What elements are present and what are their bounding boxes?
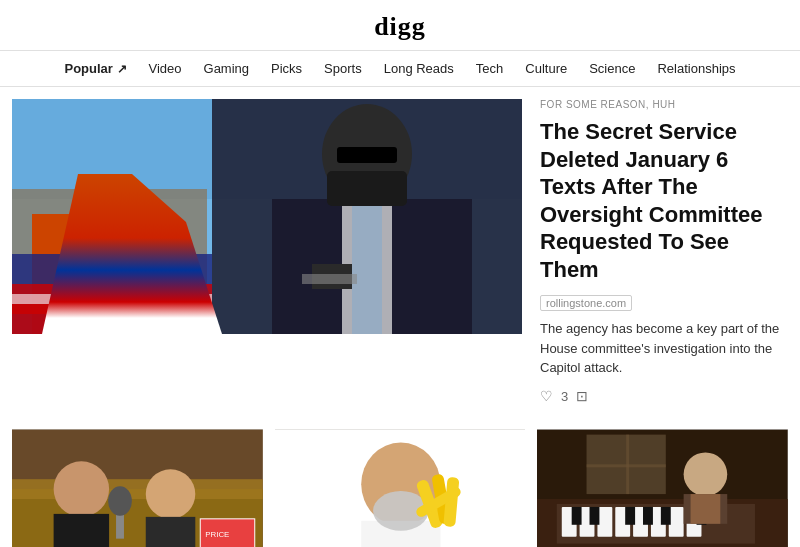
svg-rect-56 bbox=[572, 506, 582, 524]
nav-long-reads[interactable]: Long Reads bbox=[384, 61, 454, 76]
svg-point-22 bbox=[72, 234, 86, 254]
grid-item-bradlee: ▶ LIFE'S A RAG Scott Bradlee Performs Co… bbox=[537, 429, 788, 548]
featured-content: FOR SOME REASON, HUH The Secret Service … bbox=[522, 99, 788, 405]
svg-rect-67 bbox=[587, 464, 666, 467]
nav-video[interactable]: Video bbox=[149, 61, 182, 76]
article-grid: PRICE ▶ HE LIKES F—KING THINGS UP Mark C… bbox=[0, 417, 800, 548]
svg-rect-17 bbox=[352, 199, 382, 334]
featured-title[interactable]: The Secret Service Deleted January 6 Tex… bbox=[540, 118, 788, 283]
nav-sports[interactable]: Sports bbox=[324, 61, 362, 76]
svg-rect-21 bbox=[77, 247, 81, 287]
featured-category: FOR SOME REASON, HUH bbox=[540, 99, 788, 110]
svg-point-10 bbox=[100, 202, 144, 246]
svg-rect-64 bbox=[691, 494, 721, 524]
grid-image-bradlee[interactable]: ▶ bbox=[537, 429, 788, 548]
grid-item-women: THANKS DOC Women Pay Me To Teach Them Ho… bbox=[275, 429, 526, 548]
bookmark-button[interactable]: ⊡ bbox=[576, 388, 588, 405]
svg-rect-26 bbox=[12, 479, 263, 499]
svg-rect-11 bbox=[100, 244, 144, 274]
featured-section: FOR SOME REASON, HUH The Secret Service … bbox=[0, 87, 800, 417]
featured-description: The agency has become a key part of the … bbox=[540, 319, 788, 378]
nav-tech[interactable]: Tech bbox=[476, 61, 503, 76]
featured-actions: ♡ 3 ⊡ bbox=[540, 388, 788, 405]
svg-rect-7 bbox=[12, 304, 212, 314]
nav-culture[interactable]: Culture bbox=[525, 61, 567, 76]
svg-rect-50 bbox=[598, 506, 613, 536]
nav-relationships[interactable]: Relationships bbox=[657, 61, 735, 76]
grid-item-cuban: PRICE ▶ HE LIKES F—KING THINGS UP Mark C… bbox=[12, 429, 263, 548]
svg-rect-20 bbox=[302, 274, 357, 284]
site-logo[interactable]: digg bbox=[374, 12, 426, 41]
svg-rect-15 bbox=[337, 147, 397, 163]
svg-text:PRICE: PRICE bbox=[205, 529, 229, 538]
svg-rect-28 bbox=[54, 513, 109, 547]
grid-image-women[interactable] bbox=[275, 429, 526, 548]
svg-point-32 bbox=[108, 486, 132, 516]
featured-source[interactable]: rollingstone.com bbox=[540, 295, 632, 311]
main-nav: Popular ↗ Video Gaming Picks Sports Long… bbox=[0, 51, 800, 87]
nav-gaming[interactable]: Gaming bbox=[204, 61, 250, 76]
svg-rect-60 bbox=[661, 506, 671, 524]
nav-popular[interactable]: Popular ↗ bbox=[64, 61, 126, 76]
svg-point-62 bbox=[684, 452, 728, 496]
svg-rect-57 bbox=[590, 506, 600, 524]
nav-science[interactable]: Science bbox=[589, 61, 635, 76]
svg-rect-8 bbox=[67, 269, 157, 334]
grid-image-cuban[interactable]: PRICE ▶ bbox=[12, 429, 263, 548]
site-header: digg Popular ↗ Video Gaming Picks Sports… bbox=[0, 0, 800, 87]
svg-point-29 bbox=[146, 469, 196, 519]
svg-rect-30 bbox=[146, 516, 196, 547]
like-button[interactable]: ♡ bbox=[540, 388, 553, 405]
featured-image[interactable] bbox=[12, 99, 522, 334]
svg-rect-58 bbox=[626, 506, 636, 524]
svg-rect-54 bbox=[669, 506, 684, 536]
like-count: 3 bbox=[561, 389, 568, 404]
svg-point-27 bbox=[54, 461, 109, 516]
svg-rect-6 bbox=[12, 294, 212, 304]
nav-picks[interactable]: Picks bbox=[271, 61, 302, 76]
svg-rect-9 bbox=[62, 264, 162, 276]
svg-rect-18 bbox=[327, 171, 407, 206]
svg-rect-59 bbox=[643, 506, 653, 524]
